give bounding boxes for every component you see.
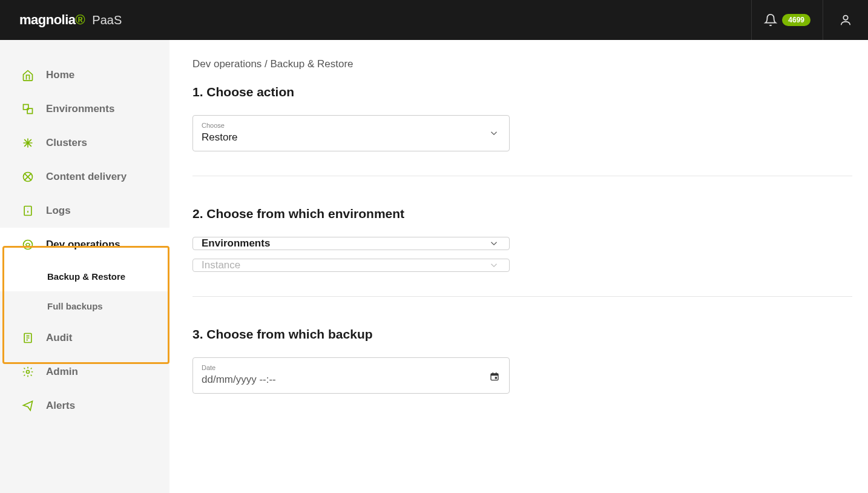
sidebar-item-label: Content delivery xyxy=(46,171,127,183)
svg-point-0 xyxy=(843,16,847,20)
logo: magnolia® xyxy=(19,12,85,28)
alerts-icon xyxy=(22,400,34,412)
divider xyxy=(192,176,852,176)
section-title: 2. Choose from which environment xyxy=(192,207,850,221)
sidebar-item-label: Environments xyxy=(46,103,114,115)
section-choose-action: 1. Choose action Choose Restore xyxy=(192,85,850,151)
field-placeholder: Environments xyxy=(202,231,270,255)
sidebar-sub-full-backups[interactable]: Full backups xyxy=(0,291,169,321)
home-icon xyxy=(22,69,34,81)
breadcrumb: Dev operations / Backup & Restore xyxy=(192,58,850,70)
admin-icon xyxy=(22,366,34,378)
field-value: Restore xyxy=(202,131,238,143)
field-label: Choose xyxy=(202,122,501,129)
content-delivery-icon xyxy=(22,171,34,183)
svg-rect-10 xyxy=(493,372,493,374)
sidebar-item-label: Admin xyxy=(46,366,78,378)
chevron-down-icon xyxy=(488,128,499,139)
sidebar-item-label: Clusters xyxy=(46,137,87,149)
section-choose-environment: 2. Choose from which environment Environ… xyxy=(192,207,850,272)
dev-operations-icon xyxy=(22,239,34,251)
action-select[interactable]: Choose Restore xyxy=(192,115,510,151)
sidebar-item-label: Alerts xyxy=(46,400,75,412)
field-placeholder: Instance xyxy=(202,253,240,277)
header-logo-area: magnolia® PaaS xyxy=(19,12,122,28)
sidebar-item-logs[interactable]: Logs xyxy=(0,194,169,228)
sidebar-item-label: Logs xyxy=(46,205,71,217)
environments-icon xyxy=(22,103,34,115)
environment-select[interactable]: Environments xyxy=(192,237,510,250)
svg-rect-12 xyxy=(495,377,497,379)
user-menu-button[interactable] xyxy=(823,0,868,40)
section-title: 1. Choose action xyxy=(192,85,850,99)
bell-icon xyxy=(764,13,777,27)
calendar-icon xyxy=(490,372,499,382)
sidebar-item-environments[interactable]: Environments xyxy=(0,92,169,126)
main-content: Dev operations / Backup & Restore 1. Cho… xyxy=(169,40,868,493)
field-label: Date xyxy=(202,364,501,371)
logs-icon xyxy=(22,205,34,217)
header-actions: 4699 xyxy=(751,0,868,40)
sidebar-item-label: Home xyxy=(46,69,74,81)
sidebar: Home Environments Clusters Content deliv… xyxy=(0,40,169,493)
notification-badge: 4699 xyxy=(782,14,810,26)
date-input[interactable]: Date dd/mm/yyyy --:-- xyxy=(192,357,510,394)
sidebar-item-home[interactable]: Home xyxy=(0,58,169,92)
section-title: 3. Choose from which backup xyxy=(192,327,850,342)
instance-select[interactable]: Instance xyxy=(192,259,510,272)
sidebar-sub-label: Backup & Restore xyxy=(47,271,125,282)
audit-icon xyxy=(22,332,34,344)
logo-suffix: PaaS xyxy=(92,13,122,27)
sidebar-item-clusters[interactable]: Clusters xyxy=(0,126,169,160)
svg-point-5 xyxy=(24,240,33,250)
notifications-button[interactable]: 4699 xyxy=(751,0,823,40)
divider xyxy=(192,296,852,297)
sidebar-item-label: Dev operations xyxy=(46,239,120,251)
svg-point-7 xyxy=(27,371,30,374)
sidebar-item-alerts[interactable]: Alerts xyxy=(0,389,169,423)
sidebar-sub-backup-restore[interactable]: Backup & Restore xyxy=(0,262,169,291)
chevron-down-icon xyxy=(488,260,499,271)
svg-rect-9 xyxy=(491,374,498,376)
sidebar-item-admin[interactable]: Admin xyxy=(0,355,169,389)
sidebar-sub-label: Full backups xyxy=(47,301,103,311)
sidebar-item-audit[interactable]: Audit xyxy=(0,321,169,355)
sidebar-item-dev-operations[interactable]: Dev operations xyxy=(0,228,169,262)
chevron-down-icon xyxy=(488,238,499,249)
clusters-icon xyxy=(22,137,34,149)
sidebar-item-content-delivery[interactable]: Content delivery xyxy=(0,160,169,194)
section-choose-backup: 3. Choose from which backup Date dd/mm/y… xyxy=(192,327,850,394)
user-icon xyxy=(839,13,852,27)
sidebar-item-label: Audit xyxy=(46,332,72,344)
svg-rect-11 xyxy=(496,372,496,374)
app-header: magnolia® PaaS 4699 xyxy=(0,0,868,40)
date-value: dd/mm/yyyy --:-- xyxy=(202,374,276,385)
